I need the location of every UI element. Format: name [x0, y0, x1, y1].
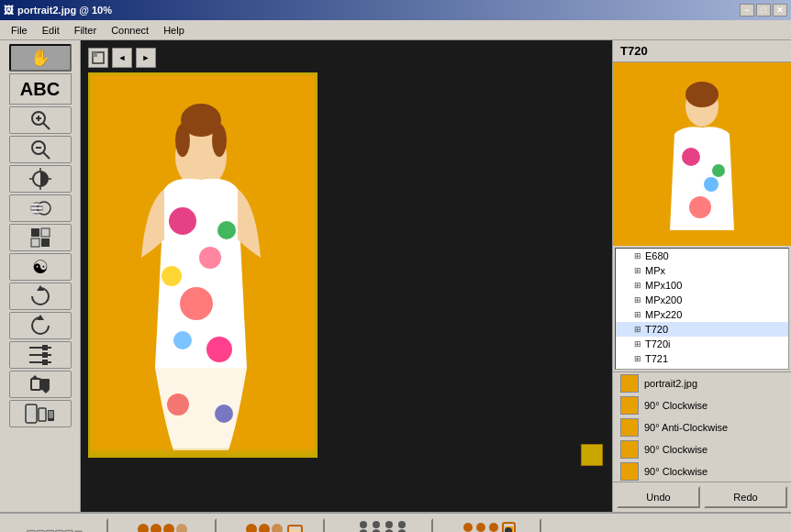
menu-help[interactable]: Help: [156, 23, 192, 38]
select-device-button[interactable]: Select YourMobile Device: [7, 518, 108, 532]
svg-line-1: [43, 123, 50, 129]
title-bar-left: 🖼 portrait2.jpg @ 10%: [4, 5, 112, 16]
history-label-1: 90° Clockwise: [644, 400, 707, 411]
swap-tool[interactable]: [9, 371, 72, 398]
image-person: [91, 75, 311, 455]
device-item-T720[interactable]: ⊞ T720: [616, 322, 788, 337]
get-picture-button[interactable]: Get YourPicture: [116, 518, 217, 532]
rotate-cw-icon: [28, 283, 53, 309]
rotate-ccw-icon: [28, 313, 53, 338]
menu-connect[interactable]: Connect: [104, 23, 156, 38]
swap-icon: [28, 371, 53, 397]
history-panel: portrait2.jpg 90° Clockwise 90° Anti-Clo…: [613, 371, 791, 482]
svg-point-86: [259, 524, 270, 532]
svg-rect-30: [31, 379, 40, 390]
rotate-ccw-tool[interactable]: [9, 312, 72, 339]
device-label-T720i: T720i: [645, 338, 671, 349]
expand-icon-T720i: ⊞: [634, 339, 641, 349]
device-item-T722I[interactable]: ⊞ T722I: [616, 366, 788, 370]
menu-file[interactable]: File: [4, 23, 35, 38]
undo-button[interactable]: Undo: [617, 486, 700, 508]
history-item-1[interactable]: 90° Clockwise: [613, 394, 791, 416]
device-item-T721[interactable]: ⊞ T721: [616, 351, 788, 366]
svg-point-60: [704, 177, 719, 192]
image-canvas[interactable]: [91, 75, 315, 455]
history-thumb-4: [620, 462, 639, 481]
svg-rect-18: [31, 228, 39, 237]
device-item-E680[interactable]: ⊞ E680: [616, 249, 788, 263]
history-item-2[interactable]: 90° Anti-Clockwise: [613, 416, 791, 438]
device-item-T720i[interactable]: ⊞ T720i: [616, 337, 788, 351]
history-item-0[interactable]: portrait2.jpg: [613, 372, 791, 394]
publish-picture-icon: [240, 518, 309, 532]
yinyang-tool[interactable]: ☯: [9, 253, 72, 281]
pattern-icon: [28, 195, 53, 221]
svg-point-45: [175, 124, 190, 157]
history-item-3[interactable]: 90° Clockwise: [613, 438, 791, 460]
add-frame-button[interactable]: Add aFrame: [332, 518, 433, 532]
canvas-area[interactable]: ◄ ►: [81, 40, 612, 512]
svg-point-99: [463, 523, 473, 532]
device-label-E680: E680: [645, 250, 669, 261]
history-item-4[interactable]: 90° Clockwise: [613, 460, 791, 482]
undo-redo-bar: Undo Redo: [613, 482, 791, 512]
device-label-MPx200: MPx200: [645, 294, 682, 305]
svg-point-47: [169, 207, 196, 235]
svg-point-83: [163, 524, 174, 532]
app-icon: 🖼: [4, 5, 14, 16]
yinyang-icon: ☯: [32, 256, 49, 278]
svg-point-82: [150, 524, 162, 532]
change-background-button[interactable]: Change theBackground: [440, 518, 541, 532]
svg-point-93: [385, 521, 393, 528]
brightness-tool[interactable]: [9, 165, 72, 193]
rotate-cw-tool[interactable]: [9, 283, 72, 310]
pattern-tool[interactable]: [9, 194, 72, 222]
device-label-MPx220: MPx220: [645, 309, 682, 320]
move-handle[interactable]: [581, 444, 603, 466]
canvas-controls: ◄ ►: [88, 48, 156, 68]
publish-picture-button[interactable]: Publish YourPicture: [224, 518, 325, 532]
device-switch-icon: [24, 401, 57, 427]
main-layout: ✋ ABC: [0, 40, 791, 512]
maximize-button[interactable]: □: [756, 4, 771, 17]
device-item-MPx220[interactable]: ⊞ MPx220: [616, 307, 788, 322]
full-screen-btn[interactable]: [88, 48, 108, 68]
svg-point-84: [176, 524, 187, 532]
svg-rect-19: [41, 228, 50, 237]
expand-icon-MPx: ⊞: [634, 266, 641, 275]
svg-point-53: [173, 331, 192, 349]
svg-point-55: [215, 405, 233, 423]
text-tool[interactable]: ABC: [9, 73, 72, 105]
svg-rect-21: [41, 238, 50, 247]
svg-marker-33: [42, 390, 50, 393]
mosaic-tool[interactable]: [9, 224, 72, 251]
select-device-icon-svg: [26, 521, 90, 532]
device-item-MPx100[interactable]: ⊞ MPx100: [616, 278, 788, 293]
device-switch-tool[interactable]: [9, 400, 72, 427]
device-item-MPx200[interactable]: ⊞ MPx200: [616, 293, 788, 307]
zoom-in-tool[interactable]: [9, 106, 72, 134]
scroll-right-btn[interactable]: ►: [136, 48, 156, 68]
svg-point-49: [180, 287, 213, 320]
fullscreen-icon: [92, 51, 105, 64]
svg-point-94: [398, 521, 406, 528]
hand-tool[interactable]: ✋: [9, 44, 72, 72]
scroll-left-btn[interactable]: ◄: [112, 48, 132, 68]
zoom-out-tool[interactable]: [9, 136, 72, 163]
select-device-icon: [26, 521, 90, 532]
close-button[interactable]: ✕: [773, 4, 787, 17]
expand-icon-MPx100: ⊞: [634, 281, 641, 290]
device-label-T720: T720: [645, 324, 668, 335]
device-item-MPx[interactable]: ⊞ MPx: [616, 263, 788, 278]
menu-edit[interactable]: Edit: [35, 23, 67, 38]
history-thumb-2: [620, 418, 639, 437]
hand-icon: ✋: [30, 48, 50, 68]
arrange-tool[interactable]: [9, 341, 72, 369]
svg-point-54: [167, 393, 189, 416]
device-list[interactable]: ⊞ E680 ⊞ MPx ⊞ MPx100 ⊞ MPx200 ⊞ MPx220 …: [615, 248, 789, 370]
mosaic-icon: [28, 225, 53, 250]
add-frame-icon-svg: [349, 518, 418, 532]
menu-filter[interactable]: Filter: [67, 23, 104, 38]
minimize-button[interactable]: −: [740, 4, 754, 17]
redo-button[interactable]: Redo: [704, 486, 787, 508]
